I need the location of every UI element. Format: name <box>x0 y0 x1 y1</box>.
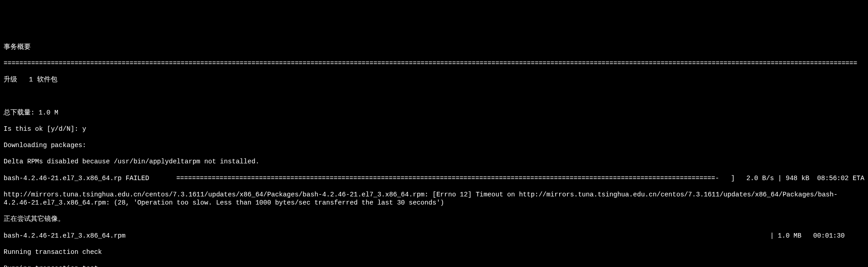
trying-other-mirror: 正在尝试其它镜像。 <box>4 215 864 223</box>
download-result-stats: | 1.0 MB 00:01:30 <box>766 232 864 240</box>
confirm-prompt: Is this ok [y/d/N]: <box>4 125 78 133</box>
transaction-test: Running transaction test <box>4 264 864 267</box>
failed-package: bash-4.2.46-21.el7_3.x86_64.rp FAILED <box>4 174 149 182</box>
confirm-prompt-line: Is this ok [y/d/N]: y <box>4 125 864 133</box>
upgrade-summary: 升级 1 软件包 <box>4 76 864 84</box>
downloading-packages: Downloading packages: <box>4 141 864 149</box>
blank-line <box>4 92 864 100</box>
download-stats: 2.0 B/s | 948 kB 08:56:02 ETA <box>735 174 864 182</box>
download-complete-line: bash-4.2.46-21.el7_3.x86_64.rpm | 1.0 MB… <box>4 232 864 240</box>
transaction-summary-title: 事务概要 <box>4 43 864 51</box>
delta-rpms-disabled: Delta RPMs disabled because /usr/bin/app… <box>4 157 864 166</box>
progress-bar: ========================================… <box>149 174 735 182</box>
confirm-answer[interactable]: y <box>82 125 86 133</box>
downloaded-package: bash-4.2.46-21.el7_3.x86_64.rpm <box>4 232 126 240</box>
horizontal-rule: ========================================… <box>4 59 864 67</box>
terminal-pane[interactable]: 事务概要 ===================================… <box>4 35 864 267</box>
error-message: http://mirrors.tuna.tsinghua.edu.cn/cent… <box>4 191 864 207</box>
total-download-size: 总下载量: 1.0 M <box>4 109 864 117</box>
download-progress-failed: bash-4.2.46-21.el7_3.x86_64.rp FAILED ==… <box>4 174 864 182</box>
transaction-check: Running transaction check <box>4 248 864 256</box>
